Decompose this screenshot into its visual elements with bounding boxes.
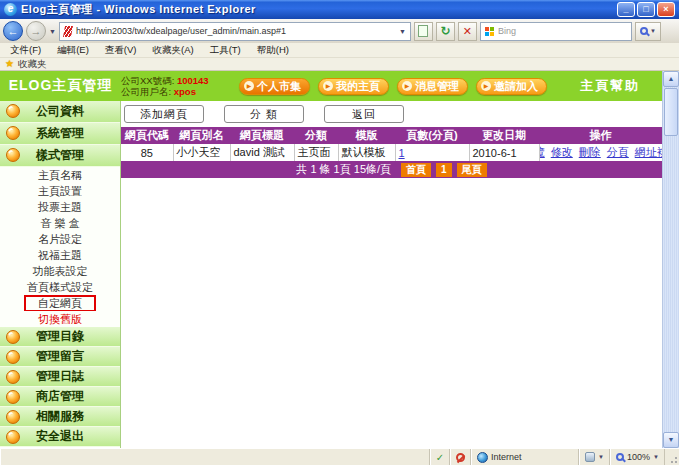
- highlight-box: 自定網頁: [24, 295, 96, 312]
- navigation-bar: ← → ▼ http://win2003/tw/xdealpage/user_a…: [0, 19, 679, 43]
- window-title: Elog主頁管理 - Windows Internet Explorer: [21, 2, 615, 17]
- sidebar-sub-blessing-theme[interactable]: 祝福主題: [0, 247, 120, 263]
- favorites-bar: ★ 收藏夹: [0, 58, 679, 71]
- cell-page-code: 85: [121, 144, 173, 161]
- sidebar-sub-menu-settings[interactable]: 功能表設定: [0, 263, 120, 279]
- col-template: 模版: [338, 127, 395, 144]
- category-button[interactable]: 分 類: [224, 105, 304, 123]
- zoom-icon: [616, 453, 624, 461]
- menu-view[interactable]: 查看(V): [105, 44, 137, 57]
- sidebar-item-manage-logs[interactable]: 管理日誌: [0, 367, 120, 387]
- col-page-alias: 網頁別名: [173, 127, 230, 144]
- cell-category: 主页面: [294, 144, 338, 161]
- return-button[interactable]: 返回: [324, 105, 404, 123]
- sidebar-item-manage-messages[interactable]: 管理留言: [0, 347, 120, 367]
- paginate-link[interactable]: 分頁: [607, 145, 629, 160]
- minimize-button[interactable]: _: [617, 2, 635, 17]
- orb-icon: [6, 430, 20, 444]
- sidebar-sub-homepage-settings[interactable]: 主頁設置: [0, 183, 120, 199]
- close-button[interactable]: ×: [657, 2, 675, 17]
- stop-button[interactable]: ✕: [458, 22, 477, 41]
- menu-tools[interactable]: 工具(T): [210, 44, 241, 57]
- page-number-button[interactable]: 1: [436, 163, 452, 177]
- modify-link[interactable]: 修改: [551, 145, 573, 160]
- company-user-label: 公司用戶名:: [121, 86, 171, 97]
- scroll-down-icon[interactable]: ▼: [663, 432, 679, 448]
- favorites-label[interactable]: 收藏夹: [18, 58, 47, 71]
- resize-grip[interactable]: [665, 449, 679, 465]
- menu-file[interactable]: 文件(F): [10, 44, 41, 57]
- menu-edit[interactable]: 編輯(E): [57, 44, 89, 57]
- sidebar-sub-custom-page[interactable]: 自定網頁: [0, 295, 120, 311]
- vertical-scrollbar[interactable]: ▲ ▼: [662, 71, 679, 448]
- zoom-dropdown-icon: ▼: [653, 454, 659, 460]
- last-page-button[interactable]: 尾頁: [457, 163, 487, 177]
- page-count-link[interactable]: 1: [399, 147, 405, 159]
- scroll-up-icon[interactable]: ▲: [663, 71, 679, 87]
- invite-join-button[interactable]: ▶邀請加入: [476, 78, 547, 95]
- orb-icon: [6, 330, 20, 344]
- play-icon: ▶: [323, 81, 333, 91]
- star-icon: ★: [5, 59, 14, 69]
- refresh-button[interactable]: ↻: [436, 22, 455, 41]
- search-dropdown-icon: ▼: [650, 28, 656, 34]
- history-dropdown-icon[interactable]: ▼: [49, 28, 56, 35]
- homepage-help-link[interactable]: 主頁幫助: [580, 77, 640, 95]
- stop-icon: ✕: [463, 25, 472, 38]
- message-manage-button[interactable]: ▶消息管理: [397, 78, 468, 95]
- filter-panel[interactable]: ▼: [579, 449, 610, 465]
- forward-button[interactable]: →: [26, 21, 46, 41]
- maximize-button[interactable]: □: [637, 2, 655, 17]
- zoom-panel[interactable]: 100% ▼: [610, 449, 665, 465]
- orb-icon: [6, 410, 20, 424]
- personal-market-button[interactable]: ▶个人市集: [239, 78, 310, 95]
- sidebar-sub-vote-theme[interactable]: 投票主題: [0, 199, 120, 215]
- menu-help[interactable]: 帮助(H): [257, 44, 289, 57]
- header-buttons: ▶个人市集 ▶我的主頁 ▶消息管理 ▶邀請加入: [239, 78, 547, 95]
- back-button[interactable]: ←: [3, 21, 23, 41]
- sidebar-item-manage-catalog[interactable]: 管理目錄: [0, 327, 120, 347]
- sidebar-sub-music-box[interactable]: 音 樂 盒: [0, 215, 120, 231]
- orb-icon: [6, 126, 20, 140]
- main-panel: 添加網頁 分 類 返回 網頁代碼 網頁別名 網頁標題 分: [121, 101, 662, 448]
- address-bar[interactable]: http://win2003/tw/xdealpage/user_admin/m…: [59, 22, 411, 41]
- add-page-button[interactable]: 添加網頁: [124, 105, 204, 123]
- orb-icon: [6, 370, 20, 384]
- menu-favorites[interactable]: 收藏夹(A): [152, 44, 193, 57]
- search-input[interactable]: Bing: [480, 22, 632, 41]
- sidebar-item-shop-manage[interactable]: 商店管理: [0, 387, 120, 407]
- company-info: 公司XX號碼: 100143 公司用戶名: xpos: [121, 75, 239, 97]
- preview-link[interactable]: 預覽: [539, 145, 545, 160]
- sidebar-item-style-manage[interactable]: 樣式管理: [0, 145, 120, 167]
- sidebar-sub-card-settings[interactable]: 名片設定: [0, 231, 120, 247]
- menu-bar: 文件(F) 編輯(E) 查看(V) 收藏夹(A) 工具(T) 帮助(H): [0, 43, 679, 58]
- col-page-count: 頁數(分頁): [395, 127, 469, 144]
- filter-icon: [585, 452, 595, 462]
- compatibility-view-button[interactable]: [414, 22, 433, 41]
- sidebar-item-related-services[interactable]: 相關服務: [0, 407, 120, 427]
- pager: 首頁 1 尾頁: [401, 163, 487, 177]
- scrollbar-thumb[interactable]: [664, 88, 678, 136]
- url-text[interactable]: http://win2003/tw/xdealpage/user_admin/m…: [76, 26, 395, 36]
- sidebar-sub-homepage-name[interactable]: 主頁名稱: [0, 167, 120, 183]
- sidebar-sub-homepage-style-settings[interactable]: 首頁樣式設定: [0, 279, 120, 295]
- blocked-icon: [456, 453, 465, 462]
- my-homepage-button[interactable]: ▶我的主頁: [318, 78, 389, 95]
- zoom-level: 100%: [627, 452, 650, 462]
- delete-link[interactable]: 刪除: [579, 145, 601, 160]
- search-button[interactable]: ▼: [635, 22, 661, 41]
- sidebar-item-safe-logout[interactable]: 安全退出: [0, 427, 120, 447]
- sidebar-item-company-info[interactable]: 公司資料: [0, 101, 120, 123]
- sidebar-item-system-manage[interactable]: 系統管理: [0, 123, 120, 145]
- play-icon: ▶: [481, 81, 491, 91]
- col-actions: 操作: [539, 127, 662, 144]
- company-code-value: 100143: [177, 75, 209, 86]
- sidebar-sub-switch-old-version[interactable]: 切換舊版: [0, 311, 120, 327]
- address-dropdown-icon[interactable]: ▼: [399, 28, 406, 35]
- sidebar: 公司資料 系統管理 樣式管理 主頁名稱 主頁設置 投票主題 音 樂 盒 名片設定…: [0, 101, 121, 448]
- table-header-row: 網頁代碼 網頁別名 網頁標題 分類 模版 頁數(分頁) 更改日期 操作: [121, 127, 662, 144]
- copy-url-link[interactable]: 網址複製: [635, 145, 662, 160]
- first-page-button[interactable]: 首頁: [401, 163, 431, 177]
- col-category: 分類: [294, 127, 338, 144]
- play-icon: ▶: [244, 81, 254, 91]
